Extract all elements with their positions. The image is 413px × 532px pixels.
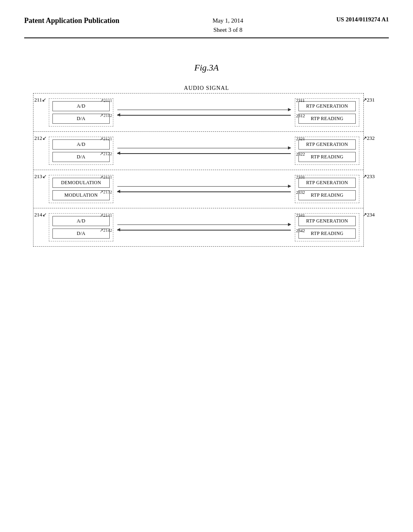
- arrow-line-left-1: [117, 115, 291, 116]
- right-box-top-2: RTP GENERATION: [298, 139, 356, 150]
- arrow-left-1: [117, 115, 291, 116]
- audio-signal-label: AUDIO SIGNAL: [184, 85, 229, 91]
- right-ref-top-3: 2331: [296, 175, 305, 179]
- arrow-right-2: [117, 148, 291, 149]
- arrow-area-3: [113, 186, 295, 192]
- right-ref-top-1: 2311: [296, 98, 305, 103]
- header-center: May 1, 2014 Sheet 3 of 8: [213, 16, 243, 34]
- left-ref-bot-2: ↗2122: [100, 151, 112, 156]
- header-sheet: Sheet 3 of 8: [213, 25, 243, 35]
- left-ref-top-3: ↗2131: [100, 175, 112, 180]
- diagram-row-2: 212↙ ↗2121 A/D ↗2122 D/A 2321 RTP GENERA…: [33, 132, 363, 170]
- right-ref-top-2: 2321: [296, 136, 305, 141]
- arrow-left-3: [117, 191, 291, 192]
- outer-right-label-2: ↗232: [363, 135, 375, 141]
- right-ref-bot-3: 2332: [296, 190, 305, 195]
- page: Patent Application Publication May 1, 20…: [0, 0, 413, 532]
- right-ref-bot-4: 2342: [296, 228, 305, 233]
- arrow-line-left-3: [117, 191, 291, 192]
- header-right: US 2014/0119274 A1: [336, 16, 389, 23]
- left-sub-1: ↗2111 A/D ↗2112 D/A: [49, 98, 113, 127]
- row-outer-label-3: 213↙: [34, 173, 47, 180]
- right-sub-2: 2321 RTP GENERATION 2322 RTP READING: [295, 137, 359, 165]
- row-outer-label-1: 211↙: [34, 97, 46, 103]
- arrow-right-4: [117, 224, 291, 225]
- right-sub-1: 2311 RTP GENERATION 2312 RTP READING: [295, 98, 359, 127]
- arrow-line-right-4: [117, 224, 291, 225]
- right-box-top-4: RTP GENERATION: [298, 216, 356, 226]
- left-sub-3: ↗2131 DEMODULATION ↗2132 MODULATION: [49, 175, 113, 203]
- right-ref-top-4: 2341: [296, 213, 305, 218]
- diagram-row-4: 214↙ ↗2141 A/D ↗2142 D/A 2341 RTP GENERA…: [33, 208, 363, 246]
- right-box-bot-4: RTP READING: [298, 229, 356, 239]
- arrow-left-2: [117, 153, 291, 154]
- right-box-top-1: RTP GENERATION: [298, 101, 356, 111]
- figure-title: Fig.3A: [24, 62, 389, 73]
- left-sub-2: ↗2121 A/D ↗2122 D/A: [49, 137, 113, 165]
- diagram-area: AUDIO SIGNAL 211↙ ↗2111 A/D ↗2112 D/A 23…: [24, 85, 389, 247]
- right-box-bot-2: RTP READING: [298, 152, 356, 162]
- left-ref-bot-3: ↗2132: [100, 189, 112, 195]
- left-sub-4: ↗2141 A/D ↗2142 D/A: [49, 213, 113, 241]
- right-sub-4: 2341 RTP GENERATION 2342 RTP READING: [295, 213, 359, 241]
- left-ref-top-1: ↗2111: [100, 98, 112, 103]
- arrow-right-1: [117, 110, 291, 110]
- right-ref-bot-2: 2322: [296, 152, 305, 156]
- row-outer-label-2: 212↙: [34, 135, 47, 141]
- arrow-line-left-4: [117, 230, 291, 231]
- arrow-area-1: [113, 110, 295, 116]
- header: Patent Application Publication May 1, 20…: [24, 16, 389, 38]
- right-ref-bot-1: 2312: [296, 113, 305, 118]
- right-box-top-3: RTP GENERATION: [298, 178, 356, 188]
- arrow-line-right-2: [117, 148, 291, 149]
- right-box-bot-1: RTP READING: [298, 114, 356, 124]
- outer-diagram-container: 211↙ ↗2111 A/D ↗2112 D/A 2311 RTP GENERA…: [33, 93, 364, 247]
- arrow-line-right-3: [117, 186, 291, 187]
- arrow-line-left-2: [117, 153, 291, 154]
- arrow-left-4: [117, 230, 291, 231]
- right-box-bot-3: RTP READING: [298, 190, 356, 200]
- outer-right-label-4: ↗234: [363, 212, 375, 218]
- row-outer-label-4: 214↙: [34, 212, 47, 218]
- left-ref-top-2: ↗2121: [100, 136, 112, 141]
- header-date: May 1, 2014: [213, 16, 243, 25]
- diagram-row-1: 211↙ ↗2111 A/D ↗2112 D/A 2311 RTP GENERA…: [33, 94, 363, 132]
- right-sub-3: 2331 RTP GENERATION 2332 RTP READING: [295, 175, 359, 203]
- arrow-line-right-1: [117, 110, 291, 110]
- diagram-row-3: 213↙ ↗2131 DEMODULATION ↗2132 MODULATION…: [33, 170, 363, 208]
- left-ref-top-4: ↗2141: [100, 213, 112, 218]
- left-ref-bot-1: ↗2112: [100, 113, 112, 118]
- header-left-title: Patent Application Publication: [24, 16, 119, 25]
- outer-right-label-1: ↗231: [363, 97, 375, 103]
- arrow-area-2: [113, 148, 295, 154]
- left-ref-bot-4: ↗2142: [100, 228, 112, 233]
- arrow-area-4: [113, 224, 295, 231]
- arrow-right-3: [117, 186, 291, 187]
- outer-right-label-3: ↗233: [363, 173, 375, 180]
